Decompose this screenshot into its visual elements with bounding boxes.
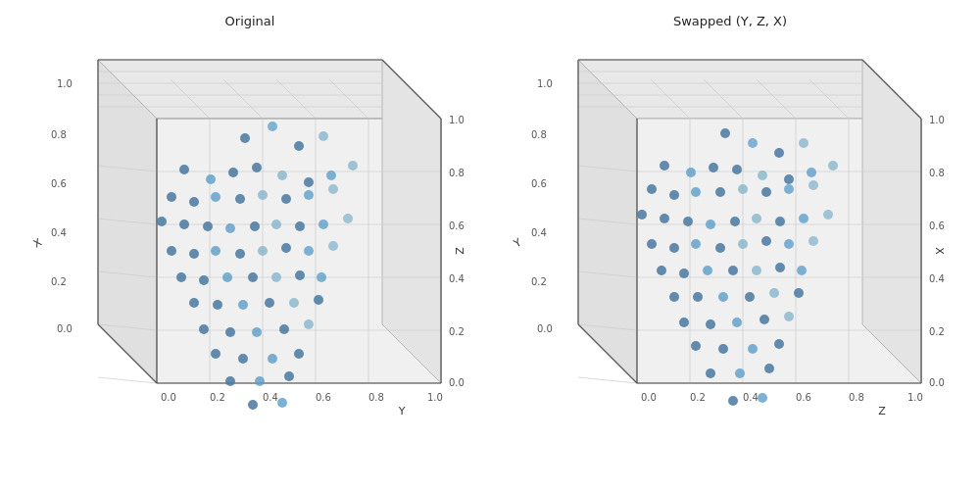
svg-point-64 [328, 184, 338, 194]
svg-point-75 [189, 249, 199, 259]
svg-point-96 [225, 327, 235, 337]
z-label-0.0: 0.0 [449, 377, 465, 388]
svg-point-189 [808, 236, 818, 246]
svg-point-196 [797, 266, 807, 275]
svg-point-212 [706, 368, 715, 378]
svg-text:0.0: 0.0 [641, 392, 657, 403]
svg-text:0.8: 0.8 [531, 129, 547, 140]
svg-point-193 [728, 266, 738, 275]
svg-point-63 [304, 190, 314, 200]
svg-point-94 [314, 295, 323, 305]
svg-point-188 [784, 239, 794, 249]
svg-point-215 [728, 396, 738, 406]
svg-point-45 [240, 133, 250, 143]
svg-point-211 [774, 339, 784, 349]
svg-point-54 [304, 177, 314, 187]
svg-point-197 [669, 292, 679, 302]
svg-point-88 [317, 272, 326, 282]
svg-point-172 [808, 180, 818, 190]
chart-svg-swapped: 1.0 0.8 0.6 0.4 0.2 0.0 X 0.0 0.2 0.4 0.… [500, 30, 960, 471]
svg-point-182 [647, 239, 657, 249]
svg-point-68 [225, 223, 235, 233]
svg-point-161 [758, 171, 767, 180]
svg-point-77 [235, 249, 245, 259]
main-container: Original [0, 0, 980, 490]
svg-point-60 [235, 194, 245, 204]
svg-point-205 [732, 318, 742, 327]
svg-text:0.2: 0.2 [690, 392, 706, 403]
x-label-0.0: 0.0 [929, 377, 945, 388]
svg-text:0.4: 0.4 [51, 227, 67, 238]
chart-original: Original [10, 10, 490, 480]
svg-text:0.0: 0.0 [537, 323, 553, 334]
svg-point-58 [189, 197, 199, 207]
svg-text:0.2: 0.2 [210, 392, 225, 403]
svg-point-48 [318, 131, 328, 141]
svg-point-70 [271, 220, 281, 229]
svg-point-103 [294, 349, 304, 359]
svg-text:0.2: 0.2 [531, 276, 547, 287]
chart-title-swapped: Swapped (Y, Z, X) [673, 14, 787, 28]
svg-point-92 [265, 298, 274, 308]
svg-point-162 [784, 174, 794, 184]
svg-point-175 [683, 217, 693, 226]
x-axis-label: X [31, 235, 44, 250]
chart-title-original: Original [225, 14, 275, 28]
svg-point-93 [289, 298, 299, 308]
svg-point-97 [252, 327, 262, 337]
svg-point-204 [706, 319, 715, 329]
svg-point-107 [248, 400, 258, 410]
svg-point-198 [693, 292, 703, 302]
svg-point-79 [281, 243, 291, 253]
svg-point-59 [211, 192, 220, 202]
x-label-1.0: 1.0 [929, 115, 945, 125]
svg-point-190 [657, 266, 666, 275]
svg-point-210 [748, 344, 758, 354]
svg-point-154 [748, 138, 758, 148]
svg-point-66 [179, 220, 189, 229]
svg-point-185 [715, 243, 725, 253]
z-label-0.2: 0.2 [449, 326, 465, 337]
svg-text:0.2: 0.2 [51, 276, 67, 287]
svg-point-76 [211, 246, 220, 256]
svg-point-209 [718, 344, 728, 354]
svg-point-176 [706, 220, 715, 229]
svg-point-61 [258, 190, 268, 200]
svg-text:1.0: 1.0 [907, 392, 923, 403]
svg-point-90 [213, 300, 222, 310]
x-label-0.8: 0.8 [929, 168, 945, 178]
svg-line-21 [98, 377, 157, 383]
svg-point-47 [294, 141, 304, 151]
svg-text:0.0: 0.0 [57, 323, 73, 334]
z-label-0.4: 0.4 [449, 273, 465, 284]
svg-point-87 [295, 270, 305, 280]
chart-swapped: Swapped (Y, Z, X) [490, 10, 970, 480]
z-label-0.8: 0.8 [449, 168, 465, 178]
svg-point-69 [250, 221, 260, 231]
svg-point-98 [279, 324, 289, 334]
svg-text:0.8: 0.8 [51, 129, 67, 140]
svg-point-163 [807, 168, 816, 177]
svg-point-200 [745, 292, 755, 302]
svg-point-192 [703, 266, 712, 275]
svg-point-167 [691, 187, 701, 197]
svg-point-173 [637, 210, 647, 220]
svg-point-206 [760, 315, 769, 324]
svg-text:1.0: 1.0 [427, 392, 443, 403]
svg-point-199 [718, 292, 728, 302]
svg-point-56 [348, 161, 358, 171]
svg-point-169 [738, 184, 748, 194]
svg-text:0.6: 0.6 [796, 392, 811, 403]
svg-point-174 [660, 214, 669, 223]
svg-point-104 [225, 376, 235, 386]
svg-point-102 [268, 354, 277, 364]
svg-point-207 [784, 312, 794, 321]
svg-point-158 [686, 168, 696, 177]
svg-point-168 [715, 187, 725, 197]
svg-point-181 [823, 210, 833, 220]
svg-point-55 [326, 171, 336, 180]
svg-point-179 [775, 217, 785, 226]
svg-point-177 [730, 217, 740, 226]
svg-point-170 [761, 187, 771, 197]
x-label-0.6: 0.6 [929, 220, 945, 231]
